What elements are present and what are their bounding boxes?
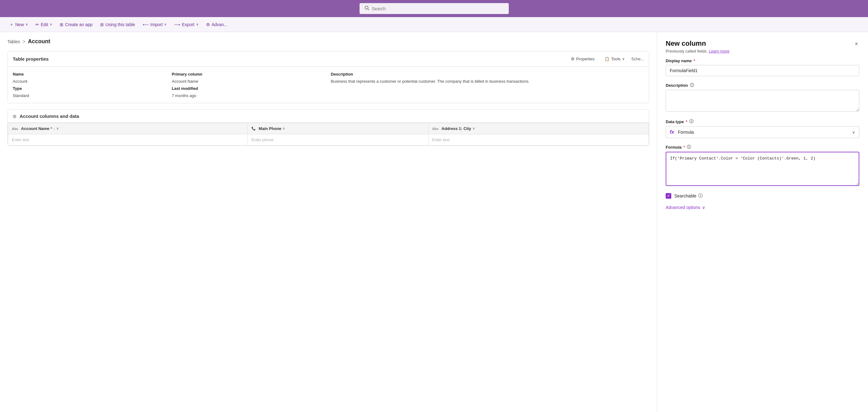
search-container	[360, 3, 509, 14]
import-chevron-icon: ∨	[164, 22, 166, 26]
side-panel-header: New column Previously called fields. Lea…	[657, 32, 868, 58]
create-app-button[interactable]: ⊞ Create an app	[57, 20, 96, 29]
advanced-button[interactable]: ⚙ Advan...	[203, 20, 230, 29]
top-bar	[0, 0, 868, 17]
using-table-label: Using this table	[105, 22, 135, 27]
data-type-label: Data type * ⓘ	[666, 119, 859, 124]
formula-required: *	[683, 145, 685, 150]
row-name: Account	[13, 79, 169, 84]
advanced-options-chevron-icon: ∨	[702, 205, 705, 210]
display-name-required: *	[694, 58, 695, 63]
edit-icon: ✏	[35, 22, 39, 27]
col1-header-cell[interactable]: Abc Account Name * ↑ ∨	[8, 123, 248, 134]
main-area: Tables > Account Table properties ⚙ Prop…	[0, 32, 868, 412]
gear-icon: ⚙	[571, 57, 575, 61]
col1-dropdown-icon[interactable]: ∨	[56, 126, 59, 130]
using-table-button[interactable]: ⊞ Using this table	[97, 20, 138, 29]
advanced-options-label: Advanced options	[666, 205, 700, 210]
import-label: Import	[150, 22, 163, 27]
col2-type-icon: 📞	[251, 126, 256, 130]
advanced-options-button[interactable]: Advanced options ∨	[666, 205, 705, 210]
edit-chevron-icon: ∨	[50, 22, 52, 26]
col2-header-cell[interactable]: 📞 Main Phone ∨	[248, 123, 428, 134]
row1-col3[interactable]: Enter text	[428, 134, 649, 146]
data-type-chevron-icon: ∨	[852, 130, 855, 135]
col2-header-label: Main Phone	[258, 126, 281, 131]
table-row: Enter text Enter phone Enter text	[8, 134, 649, 146]
last-modified-label: Last modified	[172, 86, 329, 91]
advanced-label: Advan...	[212, 22, 227, 27]
tools-label: Tools	[611, 57, 620, 61]
searchable-checkbox[interactable]: ✓	[666, 193, 671, 199]
breadcrumb-tables-link[interactable]: Tables	[7, 39, 20, 44]
data-type-required: *	[686, 119, 687, 124]
description-info-icon: ⓘ	[690, 82, 694, 88]
table-properties-header: Table properties ⚙ Properties 📋 Tools ∨ …	[8, 51, 649, 67]
schema-label: Sche...	[631, 57, 644, 61]
tools-button[interactable]: 📋 Tools ∨	[601, 55, 627, 63]
new-label: New	[15, 22, 24, 27]
row1-col2[interactable]: Enter phone	[248, 134, 428, 146]
col2-dropdown-icon[interactable]: ∨	[282, 126, 285, 130]
side-panel-body: Display name * Description ⓘ Data type *…	[657, 58, 868, 412]
tools-chevron-icon: ∨	[622, 57, 625, 61]
import-icon: ⟵	[143, 22, 149, 27]
search-input[interactable]	[372, 6, 504, 11]
left-content: Tables > Account Table properties ⚙ Prop…	[0, 32, 657, 412]
search-icon	[365, 6, 370, 11]
close-button[interactable]: ×	[854, 39, 859, 49]
plus-icon: ＋	[9, 22, 14, 27]
col3-header-label: Address 1: City	[442, 126, 471, 131]
searchable-info-icon: ⓘ	[698, 193, 703, 199]
new-chevron-icon: ∨	[26, 22, 28, 26]
col1-type-icon: Abc	[12, 127, 18, 130]
col1-header-label: Account Name	[21, 126, 50, 131]
last-modified-value: 7 months ago	[172, 93, 329, 98]
properties-label: Properties	[576, 57, 594, 61]
row1-col1[interactable]: Enter text	[8, 134, 248, 146]
side-panel-subtitle: Previously called fields. Learn more	[666, 49, 730, 54]
type-label: Type	[13, 86, 169, 91]
export-icon: ⟶	[174, 22, 180, 27]
side-panel-title: New column	[666, 39, 730, 48]
properties-button[interactable]: ⚙ Properties	[568, 55, 598, 63]
table-icon: ⊞	[100, 22, 104, 27]
columns-table-icon: ⊞	[13, 114, 17, 119]
formula-editor[interactable]: If('Primary Contact'.Color = 'Color (Con…	[666, 152, 859, 186]
table-properties-title: Table properties	[13, 56, 49, 62]
advanced-icon: ⚙	[206, 22, 210, 27]
description-input[interactable]	[666, 90, 859, 112]
description-label: Description ⓘ	[666, 82, 859, 88]
description-group: Description ⓘ	[666, 82, 859, 113]
tools-icon: 📋	[604, 57, 610, 61]
breadcrumb: Tables > Account	[7, 38, 649, 45]
account-columns-header: ⊞ Account columns and data	[8, 110, 649, 123]
row-description: Business that represents a customer or p…	[331, 79, 644, 84]
account-data-table: Abc Account Name * ↑ ∨ 📞 Main Phone	[8, 123, 649, 146]
card-header-actions: ⚙ Properties 📋 Tools ∨ Sche...	[568, 55, 644, 63]
data-type-value: Formula	[678, 130, 694, 135]
new-button[interactable]: ＋ New ∨	[6, 20, 31, 29]
display-name-group: Display name *	[666, 58, 859, 76]
data-type-group: Data type * ⓘ fx Formula ∨	[666, 119, 859, 138]
searchable-label: Searchable ⓘ	[674, 193, 703, 199]
table-props-grid: Name Primary column Description Account …	[8, 67, 649, 103]
searchable-row: ✓ Searchable ⓘ	[666, 193, 859, 199]
col3-header-cell[interactable]: Abc Address 1: City ∨	[428, 123, 649, 134]
side-panel: New column Previously called fields. Lea…	[657, 32, 868, 412]
edit-button[interactable]: ✏ Edit ∨	[32, 20, 55, 29]
export-button[interactable]: ⟶ Export ∨	[171, 20, 202, 29]
display-name-label: Display name *	[666, 58, 859, 63]
data-type-select[interactable]: fx Formula ∨	[666, 126, 859, 138]
edit-label: Edit	[41, 22, 48, 27]
col1-sort-icon[interactable]: ↑	[54, 127, 55, 130]
learn-more-link[interactable]: Learn more	[709, 49, 730, 54]
import-button[interactable]: ⟵ Import ∨	[140, 20, 170, 29]
display-name-input[interactable]	[666, 65, 859, 76]
formula-group: Formula * ⓘ If('Primary Contact'.Color =…	[666, 144, 859, 187]
col3-dropdown-icon[interactable]: ∨	[472, 126, 475, 130]
account-columns-title: Account columns and data	[20, 114, 79, 119]
col-name-header: Name	[13, 72, 169, 77]
export-label: Export	[182, 22, 194, 27]
breadcrumb-current: Account	[28, 38, 50, 45]
